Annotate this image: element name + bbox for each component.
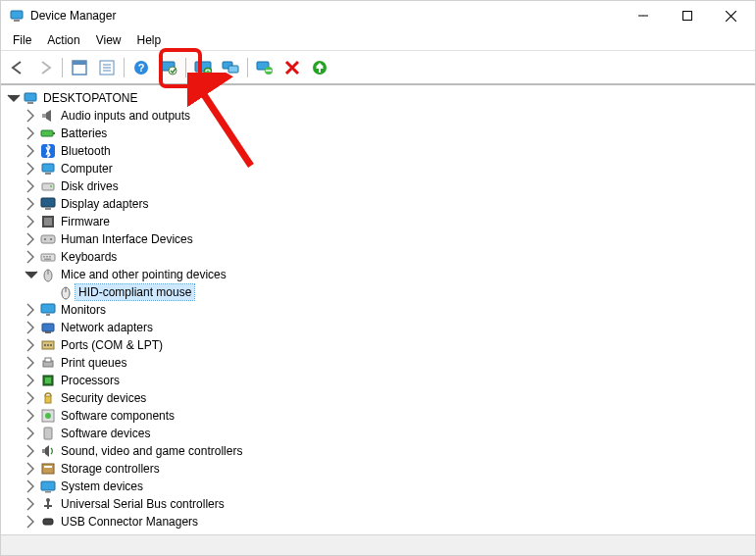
expand-icon[interactable] [25, 444, 38, 458]
tree-category[interactable]: Security devices [25, 389, 755, 407]
forward-button[interactable] [32, 55, 58, 80]
toolbar [1, 51, 755, 85]
tree-category[interactable]: USB Connector Managers [25, 513, 755, 531]
expand-icon[interactable] [25, 215, 38, 228]
menu-view[interactable]: View [88, 31, 129, 49]
minimize-button[interactable] [621, 2, 665, 29]
back-button[interactable] [5, 55, 30, 80]
close-button[interactable] [709, 2, 753, 29]
scan-for-hardware-changes-button[interactable] [156, 55, 181, 80]
tree-category-label: Network adapters [58, 320, 156, 335]
expand-icon[interactable] [25, 515, 38, 529]
tree-category-label: USB Connector Managers [58, 514, 201, 530]
tree-category[interactable]: Print queues [25, 354, 755, 372]
expand-icon[interactable] [25, 374, 38, 387]
tree-root[interactable]: DESKTOPATONE [7, 89, 755, 107]
expand-icon[interactable] [25, 126, 38, 140]
audio-icon [40, 108, 56, 124]
menu-action[interactable]: Action [39, 31, 87, 49]
tree-category[interactable]: Software devices [25, 425, 755, 442]
expand-icon[interactable] [25, 250, 38, 264]
tree-category-label: Universal Serial Bus controllers [58, 496, 227, 512]
menu-file[interactable]: File [5, 31, 39, 49]
menu-help[interactable]: Help [129, 31, 170, 49]
usb-icon [40, 496, 56, 512]
expand-icon[interactable] [25, 109, 38, 123]
printer-icon [40, 355, 56, 371]
expand-icon[interactable] [25, 321, 38, 334]
tree-category[interactable]: Display adapters [25, 195, 755, 213]
mouse-icon [40, 267, 56, 282]
tree-device[interactable]: HID-compliant mouse [42, 283, 755, 301]
menubar: File Action View Help [1, 30, 755, 51]
tree-category[interactable]: Monitors [25, 301, 755, 319]
tree-category-label: Print queues [58, 355, 129, 371]
disable-device-button[interactable] [279, 55, 305, 80]
expand-icon[interactable] [25, 391, 38, 405]
collapse-icon[interactable] [25, 268, 38, 281]
tree-category[interactable]: Mice and other pointing devices [25, 266, 755, 283]
window-title: Device Manager [30, 9, 116, 23]
disk-icon [40, 178, 56, 194]
tree-category[interactable]: Storage controllers [25, 460, 755, 478]
firmware-icon [40, 214, 56, 229]
titlebar: Device Manager [1, 1, 755, 30]
tree-category[interactable]: Processors [25, 372, 755, 389]
tree-category[interactable]: Bluetooth [25, 142, 755, 160]
svg-rect-67 [682, 12, 691, 21]
expand-icon[interactable] [25, 338, 38, 352]
tree-category[interactable]: Software components [25, 407, 755, 425]
tree-category-label: Sound, video and game controllers [58, 443, 245, 459]
bluetooth-icon [40, 143, 56, 159]
add-drivers-button[interactable] [218, 55, 243, 80]
update-driver-button[interactable] [190, 55, 216, 80]
tree-category[interactable]: Universal Serial Bus controllers [25, 495, 755, 513]
enable-device-button[interactable] [307, 55, 332, 80]
tree-category-label: Batteries [58, 126, 110, 141]
tree-category[interactable]: System devices [25, 478, 755, 495]
collapse-icon[interactable] [7, 91, 21, 105]
expand-icon[interactable] [25, 232, 38, 246]
expand-icon[interactable] [25, 197, 38, 211]
tree-category[interactable]: Audio inputs and outputs [25, 107, 755, 125]
expand-icon[interactable] [25, 144, 38, 158]
expand-icon[interactable] [25, 409, 38, 423]
tree-category-label: Processors [58, 373, 123, 388]
tree-category[interactable]: Keyboards [25, 248, 755, 266]
tree-category[interactable]: Disk drives [25, 177, 755, 195]
help-button[interactable] [128, 55, 154, 80]
tree-category[interactable]: Firmware [25, 213, 755, 230]
expand-icon[interactable] [25, 303, 38, 317]
expand-icon[interactable] [25, 427, 38, 440]
toolbar-sep [124, 58, 125, 77]
tree-category[interactable]: Sound, video and game controllers [25, 442, 755, 460]
tree-category-label: Software devices [58, 426, 153, 441]
tree-category[interactable]: Human Interface Devices [25, 230, 755, 248]
expand-icon[interactable] [25, 480, 38, 493]
tree-category[interactable]: Computer [25, 160, 755, 177]
uninstall-device-button[interactable] [252, 55, 277, 80]
tree-category[interactable]: Network adapters [25, 319, 755, 336]
maximize-button[interactable] [665, 2, 709, 29]
tree-category[interactable]: Ports (COM & LPT) [25, 336, 755, 354]
tree-category-label: Storage controllers [58, 461, 163, 477]
expand-icon[interactable] [25, 462, 38, 476]
network-icon [40, 320, 56, 335]
expand-icon[interactable] [25, 356, 38, 370]
device-manager-window: Device Manager File Action View Help [0, 0, 756, 556]
expand-icon[interactable] [25, 162, 38, 176]
tree-category[interactable]: Batteries [25, 125, 755, 142]
tree-category-label: Software components [58, 408, 177, 424]
show-hide-console-tree-button[interactable] [67, 55, 92, 80]
expand-icon[interactable] [25, 497, 38, 511]
tree-category-label: Monitors [58, 302, 109, 318]
tree-category-label: Mice and other pointing devices [58, 267, 229, 282]
tree-category-label: Bluetooth [58, 143, 114, 159]
swcomp-icon [40, 408, 56, 424]
mouse-dev-icon [58, 284, 74, 300]
tree-device-label: HID-compliant mouse [76, 284, 194, 300]
expand-icon[interactable] [25, 179, 38, 193]
device-tree[interactable]: DESKTOPATONEAudio inputs and outputsBatt… [1, 85, 755, 534]
statusbar [1, 534, 755, 555]
properties-button[interactable] [94, 55, 120, 80]
